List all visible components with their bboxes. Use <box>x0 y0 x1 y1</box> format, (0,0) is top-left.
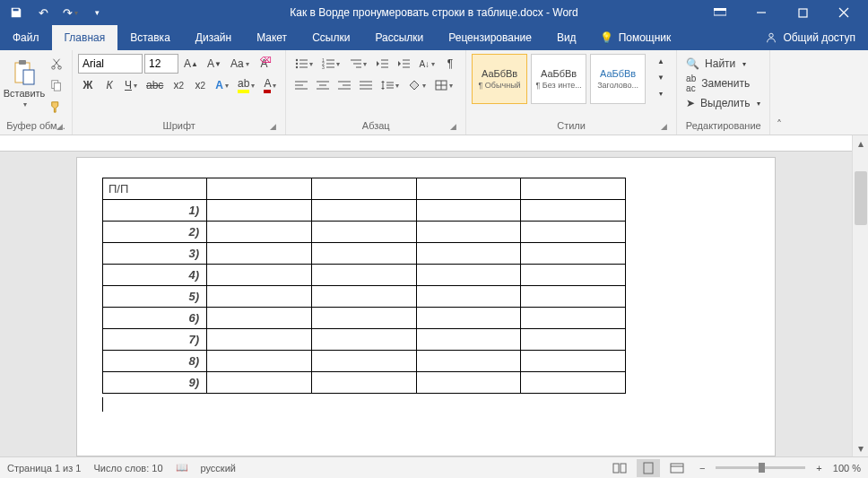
font-name-combo[interactable] <box>78 54 143 74</box>
ribbon: Вставить Буфер обм...◢ A▲ A▼ Aa A⌫ Ж К <box>0 50 868 135</box>
borders-button[interactable] <box>431 75 456 95</box>
strikethrough-button[interactable]: abc <box>143 75 167 95</box>
scroll-thumb[interactable] <box>855 171 867 225</box>
multilevel-list-button[interactable] <box>345 54 370 74</box>
find-button[interactable]: 🔍Найти▾ <box>682 54 750 74</box>
bold-button[interactable]: Ж <box>78 75 98 95</box>
collapse-ribbon-button[interactable]: ˄ <box>770 50 788 135</box>
clipboard-launcher[interactable]: ◢ <box>54 121 65 132</box>
styles-expand[interactable]: ▾ <box>651 86 671 100</box>
tab-home[interactable]: Главная <box>52 25 118 50</box>
italic-button[interactable]: К <box>100 75 119 95</box>
share-button[interactable]: Общий доступ <box>752 25 868 50</box>
tab-file[interactable]: Файл <box>0 25 52 50</box>
show-marks-button[interactable]: ¶ <box>440 54 460 74</box>
clear-formatting-button[interactable]: A⌫ <box>255 54 274 74</box>
align-right-button[interactable] <box>334 75 354 95</box>
select-label: Выделить <box>700 97 750 109</box>
table-header-cell[interactable]: П/П <box>103 178 207 200</box>
superscript-button[interactable]: x2 <box>190 75 210 95</box>
styles-scroll-down[interactable]: ▼ <box>651 70 671 84</box>
cut-button[interactable] <box>47 54 66 74</box>
grow-font-button[interactable]: A▲ <box>180 54 202 74</box>
spellcheck-icon[interactable]: 📖 <box>176 462 188 474</box>
shading-button[interactable] <box>404 75 430 95</box>
undo-button[interactable]: ↶ <box>30 2 56 23</box>
shrink-font-button[interactable]: A▼ <box>204 54 225 74</box>
tab-review[interactable]: Рецензирование <box>436 25 544 50</box>
line-spacing-button[interactable] <box>378 75 403 95</box>
vertical-scrollbar[interactable]: ▴ ▾ <box>852 135 868 456</box>
font-color-button[interactable]: A <box>260 75 280 95</box>
web-layout-button[interactable] <box>665 459 689 477</box>
highlight-button[interactable]: ab <box>234 75 258 95</box>
numbering-button[interactable]: 123 <box>318 54 343 74</box>
close-button[interactable] <box>823 0 864 25</box>
styles-launcher[interactable]: ◢ <box>658 121 669 132</box>
font-launcher[interactable]: ◢ <box>267 121 278 132</box>
tab-insert[interactable]: Вставка <box>117 25 183 50</box>
style-preview: АаБбВв <box>600 68 636 79</box>
table-row: 1) <box>103 200 626 222</box>
change-case-button[interactable]: Aa <box>227 54 253 74</box>
language-indicator[interactable]: русский <box>201 463 236 474</box>
horizontal-ruler[interactable] <box>0 135 852 152</box>
maximize-button[interactable] <box>782 0 823 25</box>
document-viewport[interactable]: П/П 1) 2) 3) 4) 5) 6) 7) 8) 9) <box>0 152 852 456</box>
tab-view[interactable]: Вид <box>544 25 589 50</box>
replace-button[interactable]: abacЗаменить <box>682 74 753 93</box>
zoom-in-button[interactable]: + <box>811 463 827 474</box>
sort-button[interactable]: A↓ <box>415 54 438 74</box>
svg-text:3: 3 <box>322 65 325 69</box>
copy-button[interactable] <box>47 75 66 95</box>
tab-layout[interactable]: Макет <box>244 25 299 50</box>
group-editing: 🔍Найти▾ abacЗаменить ➤Выделить▾ Редактир… <box>677 50 770 135</box>
table-row: 4) <box>103 265 626 286</box>
scroll-down-arrow[interactable]: ▾ <box>853 440 869 456</box>
qat-customize[interactable]: ▾ <box>84 2 109 23</box>
zoom-thumb[interactable] <box>759 463 765 473</box>
subscript-button[interactable]: x2 <box>169 75 188 95</box>
tab-design[interactable]: Дизайн <box>183 25 244 50</box>
tell-me-search[interactable]: 💡 Помощник <box>589 25 682 50</box>
group-paragraph-label: Абзац <box>362 120 390 131</box>
redo-button[interactable]: ↷ <box>57 2 82 23</box>
text-effects-button[interactable]: A <box>212 75 232 95</box>
justify-button[interactable] <box>356 75 376 95</box>
print-layout-button[interactable] <box>637 459 660 477</box>
table-row: 5) <box>103 286 626 308</box>
tell-me-label: Помощник <box>619 31 672 44</box>
page-indicator[interactable]: Страница 1 из 1 <box>7 463 81 474</box>
format-painter-button[interactable] <box>47 97 66 117</box>
paragraph-launcher[interactable]: ◢ <box>447 121 458 132</box>
styles-scroll-up[interactable]: ▲ <box>651 54 671 68</box>
align-center-button[interactable] <box>313 75 333 95</box>
bullets-button[interactable] <box>291 54 317 74</box>
ribbon-options-icon[interactable] <box>699 0 741 25</box>
tab-mailings[interactable]: Рассылки <box>362 25 436 50</box>
zoom-out-button[interactable]: − <box>694 463 710 474</box>
zoom-slider[interactable] <box>716 466 805 469</box>
zoom-level[interactable]: 100 % <box>833 463 861 474</box>
select-button[interactable]: ➤Выделить▾ <box>682 93 764 113</box>
word-count[interactable]: Число слов: 10 <box>93 463 162 474</box>
paste-button[interactable]: Вставить <box>5 54 43 113</box>
underline-button[interactable]: Ч <box>121 75 141 95</box>
style-normal[interactable]: АаБбВв ¶ Обычный <box>472 54 527 104</box>
tab-references[interactable]: Ссылки <box>299 25 362 50</box>
table-row: 2) <box>103 222 626 243</box>
find-label: Найти <box>705 57 735 70</box>
scroll-up-arrow[interactable]: ▴ <box>853 135 869 152</box>
decrease-indent-button[interactable] <box>372 54 392 74</box>
increase-indent-button[interactable] <box>394 54 413 74</box>
save-button[interactable] <box>4 2 29 23</box>
read-mode-button[interactable] <box>608 459 631 477</box>
svg-point-14 <box>296 59 298 61</box>
lightbulb-icon: 💡 <box>600 31 613 44</box>
document-table[interactable]: П/П 1) 2) 3) 4) 5) 6) 7) 8) 9) <box>102 178 626 394</box>
font-size-combo[interactable] <box>144 54 178 74</box>
align-left-button[interactable] <box>291 75 311 95</box>
style-no-spacing[interactable]: АаБбВв ¶ Без инте... <box>531 54 586 104</box>
style-heading1[interactable]: АаБбВв Заголово... <box>590 54 646 104</box>
minimize-button[interactable] <box>741 0 782 25</box>
